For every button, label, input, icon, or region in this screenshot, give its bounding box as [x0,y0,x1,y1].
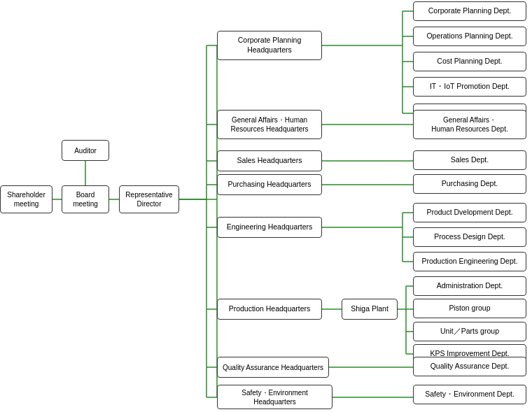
corp-planning-hq-label: Corporate PlanningHeadquarters [238,36,301,55]
cost-planning-dept-box: Cost Planning Dept. [413,52,526,71]
prod-eng-dept-label: Production Engineering Dept. [421,257,517,267]
board-meeting-box: Boardmeeting [62,185,109,213]
org-chart: Shareholdermeeting Boardmeeting Represen… [0,0,532,412]
safety-dept-box: Safety・Environment Dept. [413,385,526,404]
production-hq-box: Production Headquarters [217,299,322,320]
quality-dept-box: Quality Assurance Dept. [413,357,526,376]
rep-director-label: RepresentativeDirector [125,190,172,208]
prod-eng-dept-box: Production Engineering Dept. [413,252,526,271]
piston-group-box: Piston group [413,299,526,318]
board-meeting-label: Boardmeeting [73,190,98,208]
auditor-box: Auditor [62,140,109,161]
product-dev-dept-box: Product Dvelopment Dept. [413,203,526,222]
rep-director-box: RepresentativeDirector [119,185,179,213]
safety-hq-label: Safety・Environment Headquarters [221,388,328,406]
product-dev-dept-label: Product Dvelopment Dept. [426,208,512,218]
sales-hq-label: Sales Headquarters [237,156,302,166]
ga-hr-dept-label: General Affairs・Human Resources Dept. [431,115,508,134]
cost-planning-dept-label: Cost Planning Dept. [437,57,502,66]
process-design-dept-box: Process Design Dept. [413,227,526,247]
quality-dept-label: Quality Assurance Dept. [430,362,510,371]
purchasing-hq-label: Purchasing Headquarters [227,180,311,190]
unit-parts-group-box: Unit／Parts group [413,322,526,341]
ops-planning-dept-box: Operations Planning Dept. [413,27,526,46]
corp-planning-dept-box: Corporate Planning Dept. [413,1,526,21]
quality-hq-box: Quality Assurance Headquarters [217,357,329,378]
shiga-plant-box: Shiga Plant [342,299,398,320]
quality-hq-label: Quality Assurance Headquarters [223,363,323,372]
admin-dept-label: Administration Dept. [437,281,503,291]
unit-parts-group-label: Unit／Parts group [440,327,499,336]
iot-dept-label: IT・IoT Promotion Dept. [430,82,510,92]
ops-planning-dept-label: Operations Planning Dept. [426,31,512,41]
engineering-hq-label: Engineering Headquarters [227,222,313,232]
admin-dept-box: Administration Dept. [413,276,526,296]
shareholder-meeting-label: Shareholdermeeting [7,190,45,208]
ga-hr-hq-box: General Affairs・HumanResources Headquart… [217,110,322,139]
production-hq-label: Production Headquarters [229,304,311,314]
ga-hr-dept-box: General Affairs・Human Resources Dept. [413,110,526,139]
safety-dept-label: Safety・Environment Dept. [425,390,514,399]
shiga-plant-label: Shiga Plant [351,304,388,314]
sales-dept-label: Sales Dept. [451,155,489,165]
iot-dept-box: IT・IoT Promotion Dept. [413,77,526,97]
corp-planning-dept-label: Corporate Planning Dept. [428,6,512,16]
corp-planning-hq-box: Corporate PlanningHeadquarters [217,31,322,60]
engineering-hq-box: Engineering Headquarters [217,217,322,238]
shareholder-meeting-box: Shareholdermeeting [0,185,52,213]
purchasing-dept-label: Purchasing Dept. [442,179,498,189]
safety-hq-box: Safety・Environment Headquarters [217,385,332,409]
ga-hr-hq-label: General Affairs・HumanResources Headquart… [230,115,308,134]
sales-dept-box: Sales Dept. [413,150,526,170]
piston-group-label: Piston group [449,304,491,313]
process-design-dept-label: Process Design Dept. [434,232,505,242]
sales-hq-box: Sales Headquarters [217,150,322,171]
purchasing-dept-box: Purchasing Dept. [413,174,526,194]
purchasing-hq-box: Purchasing Headquarters [217,174,322,195]
auditor-label: Auditor [74,146,97,155]
